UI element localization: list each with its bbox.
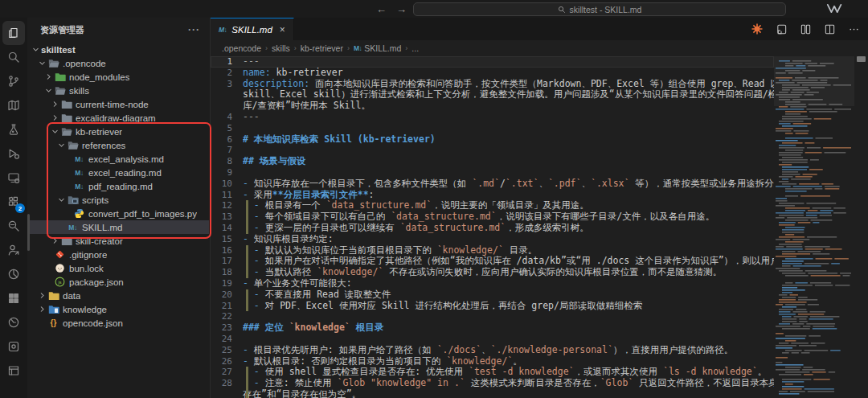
code-line[interactable]: 1--- [211,56,774,68]
command-center-search[interactable]: skilltest - SKILL.md [413,2,786,16]
code-line[interactable]: 23### 定位 `knowledge` 根目录 [211,322,774,334]
remote-icon[interactable] [2,166,25,190]
chevron-down-icon[interactable] [37,59,47,67]
scrollbar-thumb[interactable] [857,56,866,62]
tree-item-data[interactable]: data [27,289,209,302]
tree-item-.opencode[interactable]: .opencode [27,56,209,70]
tree-item-skilltest[interactable]: skilltest [27,43,209,56]
code-line[interactable]: 11- 采用**分层目录索引文件**: [211,190,774,201]
chevron-right-icon[interactable] [50,114,60,121]
code-line[interactable]: 17 - 如果用户在对话中明确指定了其他路径（例如“我的知识库在 /data/k… [211,256,774,267]
back-button[interactable]: ← [376,3,387,15]
code-line[interactable]: 9 [211,167,774,178]
extensions-icon[interactable]: 2 [2,190,25,214]
debug-icon[interactable] [2,142,25,166]
chevron-down-icon[interactable] [56,142,67,149]
tree-item-knowledge[interactable]: knowledge [27,302,209,316]
code-line[interactable]: 12 - 根目录有一个 `data_structure.md`，说明主要的「领域… [211,200,774,211]
tree-item-skill-creator[interactable]: skill-creator [27,234,209,248]
split-editor-icon[interactable] [824,23,836,35]
explorer-icon[interactable] [2,21,25,45]
minimap[interactable] [774,56,854,398]
code-line[interactable]: 18 - 当默认路径 `knowledge/` 不存在或访问失败时，应向用户确认… [211,267,774,278]
chevron-right-icon[interactable] [37,306,47,313]
code-line[interactable]: 8## 场景与假设 [211,156,774,167]
search-icon[interactable] [2,45,25,69]
code-line[interactable]: 27 - 使用 shell 显式检查目录是否存在: 优先使用 `test -d … [211,367,774,378]
tree-item-pdf_reading.md[interactable]: M↓pdf_reading.md [27,179,209,193]
tree-item-bun.lock[interactable]: bun.lock [27,261,209,275]
forward-button[interactable]: → [396,3,407,15]
breadcrumb-item[interactable]: M↓ SKILL.md [354,43,401,53]
tree-item-references[interactable]: references [27,138,209,152]
breadcrumb-item[interactable]: skills [272,43,290,53]
code-line[interactable]: 14 - 更深一层的子目录也可以继续有 `data_structure.md`，… [211,223,774,234]
lab-icon[interactable] [2,117,25,142]
tree-item-.gitignore[interactable]: .gitignore [27,248,209,261]
code-line[interactable]: 存在”和“目录存在但为空”。 [211,389,774,398]
code-line[interactable]: 28 - 注意: 禁止使用 `Glob "knowledge" in .` 这类… [211,378,774,389]
breadcrumb-item[interactable]: kb-retriever [301,43,343,53]
code-line[interactable]: 库/查资料”时使用本 Skill。 [211,101,774,112]
grid-icon[interactable] [2,286,25,310]
tree-item-skill.md[interactable]: M↓SKILL.md [27,220,209,234]
tree-item-excalidraw-diagram[interactable]: excalidraw-diagram [27,111,209,125]
tab-skill-md[interactable]: M↓ SKILL.md × [211,18,294,40]
close-tab-icon[interactable]: × [280,24,285,35]
code-line[interactable]: 16 - 默认认为知识库位于当前项目根目录下的 `knowledge/` 目录。 [211,245,774,256]
code-line[interactable]: 20 - 不要直接用 Read 读取整文件 [211,289,774,301]
code-line[interactable]: skill、Excel skill）进行渐进式检索和上下文分析，避免整文件加载。… [211,89,774,101]
markdown-preview-icon[interactable] [800,23,812,35]
tree-item-opencode.json[interactable]: {}opencode.json [27,316,209,330]
explorer-more-actions[interactable]: ··· [188,24,200,35]
code-line[interactable]: 6# 本地知识库检索 Skill (kb-retriever) [211,134,774,146]
tree-item-skills[interactable]: skills [27,84,209,97]
minimap-slider[interactable] [774,56,854,106]
tree-item-excel_analysis.md[interactable]: M↓excel_analysis.md [27,152,209,166]
chevron-down-icon[interactable] [56,196,67,203]
tree-item-node_modules[interactable]: node_modules [27,70,209,84]
more-actions-icon[interactable] [848,23,860,35]
ai-sparkle-icon[interactable] [751,23,764,35]
tree-item-current-time-node[interactable]: current-time-node [27,97,209,111]
pie-chart-icon[interactable] [2,262,25,286]
tree-item-excel_reading.md[interactable]: M↓excel_reading.md [27,166,209,179]
code-line[interactable]: 7 [211,145,774,156]
chevron-down-icon[interactable] [50,128,60,135]
chevron-down-icon[interactable] [43,87,54,94]
disk-icon[interactable] [2,334,25,359]
panels-icon[interactable] [2,359,25,383]
breadcrumb-item[interactable]: .opencode [222,43,261,53]
code-line[interactable]: 13 - 每个领域目录下可以有自己的 `data_structure.md`，说… [211,211,774,223]
code-line[interactable]: 19- 单个业务文件可能很大: [211,278,774,289]
code-line-content: # 本地知识库检索 Skill (kb-retriever) [243,134,774,146]
tree-item-kb-retriever[interactable]: kb-retriever [27,125,209,138]
gitlens-icon[interactable] [2,214,25,238]
chevron-down-icon[interactable] [31,46,41,53]
code-line[interactable]: 25- 根目录优先听用户: 如果用户给了路径（如 `./docs`、`./kno… [211,345,774,356]
code-line[interactable]: 24 [211,334,774,345]
share-icon[interactable] [2,238,25,262]
code-line[interactable]: 15- 知识库根目录约定: [211,234,774,245]
source-control-icon[interactable] [2,69,25,93]
tree-item-scripts[interactable]: scripts [27,193,209,207]
code-line[interactable]: 3description: 面向本地知识库目录的检索和问答助手，按文件类型（Ma… [211,79,774,90]
chevron-right-icon[interactable] [43,73,54,80]
open-preview-icon[interactable] [776,23,788,35]
code-line[interactable]: 26- 默认根目录: 否则约定根目录为当前项目下的 `knowledge/`。 [211,356,774,367]
tree-item-package.json[interactable]: jspackage.json [27,275,209,289]
breadcrumb-tail[interactable]: ... [411,43,419,53]
map-icon[interactable] [2,93,25,117]
clock-icon[interactable] [2,310,25,334]
code-line[interactable]: 4--- [211,112,774,123]
code-line[interactable]: 21 - 对 PDF、Excel 使用对应 Skill 进行结构化处理后，再结合… [211,301,774,312]
code-line[interactable]: 2name: kb-retriever [211,68,774,79]
chevron-right-icon[interactable] [50,101,60,108]
code-line[interactable]: 5 [211,123,774,134]
code-line[interactable]: 22 [211,311,774,322]
tree-item-convert_pdf_to_images.py[interactable]: convert_pdf_to_images.py [27,207,209,220]
chevron-right-icon[interactable] [37,292,47,299]
chevron-right-icon[interactable] [50,237,60,244]
code-line[interactable]: 10- 知识库存放在一个根目录下，包含多种文件类型（如 `.md`/`.txt`… [211,178,774,190]
sidebar-scrollbar[interactable] [27,214,30,251]
